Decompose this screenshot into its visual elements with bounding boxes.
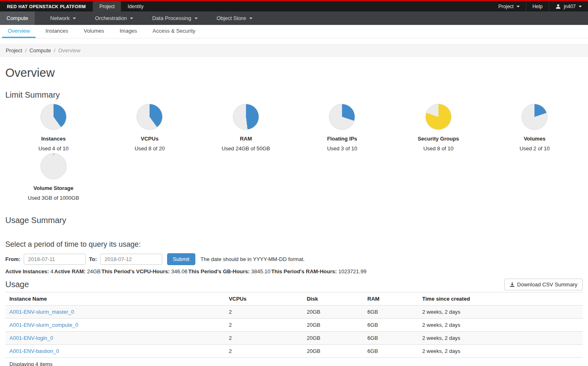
usage-heading: Usage bbox=[5, 280, 29, 289]
table-row: A001-ENV-slurm_compute_0 2 20GB 6GB 2 we… bbox=[5, 319, 583, 332]
subnav-tab[interactable]: Instances bbox=[40, 25, 74, 38]
subnav-tab[interactable]: Overview bbox=[2, 25, 36, 38]
to-date-input[interactable] bbox=[100, 254, 162, 265]
disk-cell: 20GB bbox=[303, 306, 363, 319]
instance-name-link[interactable]: A001-ENV-login_0 bbox=[9, 335, 53, 341]
table-row: A001-ENV-login_0 2 20GB 6GB 2 weeks, 2 d… bbox=[5, 332, 583, 345]
disk-cell: 20GB bbox=[303, 319, 363, 332]
vcpus-cell: 2 bbox=[225, 306, 303, 319]
limit-summary-charts: Instances Used 4 of 10 VCPUs Used 8 of 2… bbox=[5, 104, 583, 203]
subnav-tab[interactable]: Volumes bbox=[78, 25, 110, 38]
masthead-tab[interactable]: Project bbox=[93, 1, 121, 11]
usage-stat: This Period's RAM-Hours: 1023721.99 bbox=[271, 268, 367, 274]
table-footer: Displaying 4 items bbox=[5, 358, 583, 366]
pie-label: Instances bbox=[41, 136, 66, 142]
limit-chart-item: Volumes Used 2 of 10 bbox=[487, 104, 583, 153]
instance-name-link[interactable]: A001-ENV-slurm_compute_0 bbox=[9, 322, 78, 328]
help-label: Help bbox=[532, 4, 543, 9]
usage-stat: This Period's GB-Hours: 3845.10 bbox=[188, 268, 271, 274]
age-cell: 2 weeks, 2 days bbox=[418, 345, 583, 358]
stat-value: 3845.10 bbox=[251, 268, 271, 274]
age-cell: 2 weeks, 2 days bbox=[418, 319, 583, 332]
limit-chart-item: Volume Storage Used 3GB of 1000GB bbox=[5, 153, 102, 203]
period-form: From: To: Submit The date should be in Y… bbox=[5, 253, 583, 265]
ram-cell: 6GB bbox=[363, 319, 418, 332]
pie-used-text: Used 2 of 10 bbox=[519, 145, 550, 152]
stat-label: Active Instances: bbox=[5, 268, 49, 274]
pie-label: VCPUs bbox=[141, 136, 159, 142]
usage-stat: This Period's VCPU-Hours: 346.06 bbox=[101, 268, 187, 274]
pie-label: Volume Storage bbox=[34, 185, 74, 191]
limit-chart-item: RAM Used 24GB of 50GB bbox=[198, 104, 294, 153]
pie-used-text: Used 8 of 20 bbox=[134, 145, 165, 152]
column-header: Instance Name bbox=[5, 292, 225, 306]
masthead: RED HAT OPENSTACK PLATFORM ProjectIdenti… bbox=[0, 1, 588, 11]
navbar-item[interactable]: Object Store bbox=[210, 11, 259, 25]
pie-used-text: Used 24GB of 50GB bbox=[221, 145, 270, 152]
chevron-down-icon bbox=[579, 6, 582, 7]
usage-table-head: Instance NameVCPUsDiskRAMTime since crea… bbox=[5, 292, 583, 306]
instance-name-link[interactable]: A001-ENV-slurm_master_0 bbox=[9, 309, 74, 315]
breadcrumb-link[interactable]: Compute bbox=[29, 47, 51, 54]
breadcrumb-separator: / bbox=[54, 47, 56, 54]
age-cell: 2 weeks, 2 days bbox=[418, 306, 583, 319]
pie-chart bbox=[233, 104, 259, 130]
pie-chart bbox=[329, 104, 355, 130]
navbar-item-label: Object Store bbox=[217, 15, 246, 21]
stat-value: 346.06 bbox=[171, 268, 188, 274]
usage-table: Instance NameVCPUsDiskRAMTime since crea… bbox=[5, 292, 583, 358]
pie-label: RAM bbox=[240, 136, 252, 142]
help-link[interactable]: Help bbox=[526, 1, 549, 11]
ram-cell: 6GB bbox=[363, 345, 418, 358]
limit-summary-heading: Limit Summary bbox=[5, 90, 583, 100]
navbar-item[interactable]: Orchestration bbox=[88, 11, 140, 25]
vcpus-cell: 2 bbox=[225, 345, 303, 358]
breadcrumb-separator: / bbox=[25, 47, 27, 54]
pie-label: Volumes bbox=[524, 136, 546, 142]
stat-value: 1023721.99 bbox=[338, 268, 367, 274]
submit-button[interactable]: Submit bbox=[167, 253, 195, 265]
subnav-tab[interactable]: Access & Security bbox=[147, 25, 201, 38]
masthead-tab-label: Identity bbox=[127, 4, 143, 9]
project-scope-dropdown[interactable]: Project bbox=[492, 1, 526, 11]
pie-label: Security Groups bbox=[418, 136, 459, 142]
breadcrumb-current: Overview bbox=[58, 47, 80, 54]
chevron-down-icon bbox=[195, 18, 198, 19]
project-scope-label: Project bbox=[499, 4, 514, 9]
stat-value: 24GB bbox=[87, 268, 101, 274]
pie-chart bbox=[40, 104, 67, 130]
download-csv-button[interactable]: Download CSV Summary bbox=[504, 279, 583, 290]
instance-name-link[interactable]: A001-ENV-bastion_0 bbox=[9, 348, 59, 354]
user-name: jn407 bbox=[564, 4, 576, 9]
navbar-item-label: Orchestration bbox=[95, 15, 127, 21]
from-label: From: bbox=[5, 256, 20, 262]
chevron-down-icon bbox=[130, 18, 133, 19]
navbar-item[interactable]: Data Processing bbox=[145, 11, 204, 25]
stat-label: This Period's VCPU-Hours: bbox=[101, 268, 170, 274]
limit-chart-item: Floating IPs Used 3 of 10 bbox=[294, 104, 391, 153]
navbar-item[interactable]: Compute bbox=[0, 11, 35, 25]
stat-label: This Period's RAM-Hours: bbox=[271, 268, 337, 274]
breadcrumb-link[interactable]: Project bbox=[6, 47, 22, 54]
masthead-tab[interactable]: Identity bbox=[121, 1, 150, 11]
limit-chart-item: VCPUs Used 8 of 20 bbox=[102, 104, 198, 153]
page-content: Overview Limit Summary Instances Used 4 … bbox=[0, 66, 588, 366]
vcpus-cell: 2 bbox=[225, 319, 303, 332]
navbar-item[interactable]: Network bbox=[44, 11, 83, 25]
subnav-tab[interactable]: Images bbox=[114, 25, 143, 38]
usage-stats-line: Active Instances: 4Active RAM: 24GBThis … bbox=[5, 268, 583, 274]
user-menu[interactable]: jn407 bbox=[549, 1, 588, 11]
from-date-input[interactable] bbox=[24, 254, 86, 265]
pie-used-text: Used 8 of 10 bbox=[423, 145, 454, 152]
to-label: To: bbox=[89, 256, 97, 262]
vcpus-cell: 2 bbox=[225, 332, 303, 345]
download-icon bbox=[510, 282, 515, 287]
column-header: RAM bbox=[363, 292, 418, 306]
limit-chart-item: Instances Used 4 of 10 bbox=[5, 104, 102, 153]
navbar-item-label: Data Processing bbox=[152, 15, 191, 21]
user-icon bbox=[555, 4, 561, 9]
stat-label: This Period's GB-Hours: bbox=[188, 268, 250, 274]
pie-chart bbox=[425, 104, 452, 130]
chevron-down-icon bbox=[516, 6, 520, 7]
table-row: A001-ENV-bastion_0 2 20GB 6GB 2 weeks, 2… bbox=[5, 345, 583, 358]
